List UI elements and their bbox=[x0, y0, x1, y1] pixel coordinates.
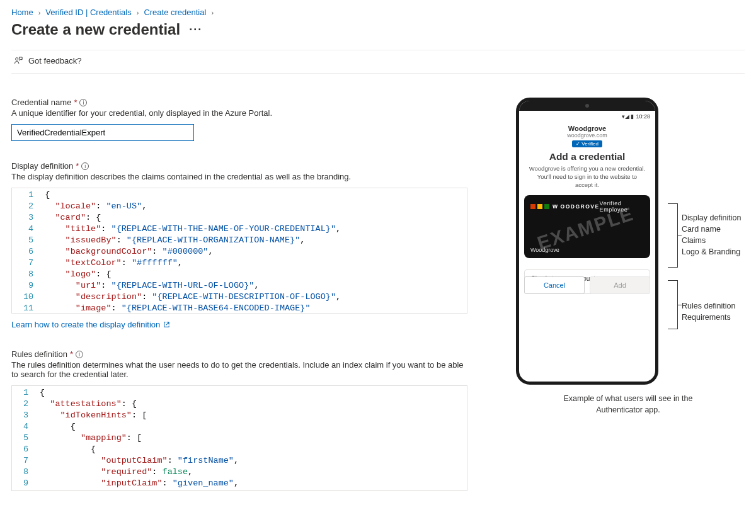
chevron-right-icon: › bbox=[137, 9, 139, 16]
preview-cancel-button: Cancel bbox=[524, 276, 585, 294]
rules-definition-editor[interactable]: 123456789 { "attestations": { "idTokenHi… bbox=[11, 385, 467, 491]
credential-card-preview: WOODGROVE Verified Employee Woodgrove bbox=[524, 195, 650, 258]
breadcrumb-create-credential[interactable]: Create credential bbox=[144, 8, 206, 17]
external-link-icon bbox=[163, 321, 170, 328]
phone-status-bar: ▾◢ ▮10:28 bbox=[519, 111, 655, 121]
code-area[interactable]: { "locale": "en-US", "card": { "title": … bbox=[40, 188, 467, 313]
chevron-right-icon: › bbox=[38, 9, 41, 16]
chevron-right-icon: › bbox=[211, 9, 214, 16]
line-gutter: 1234567891011 bbox=[12, 188, 40, 313]
breadcrumb-home[interactable]: Home bbox=[11, 8, 33, 17]
preview-heading: Add a credential bbox=[524, 151, 650, 162]
required-indicator: * bbox=[70, 349, 73, 359]
preview-caption: Example of what users will see in the Au… bbox=[557, 393, 699, 416]
preview-org: Woodgrove bbox=[524, 125, 650, 132]
feedback-label: Got feedback? bbox=[28, 56, 82, 65]
svg-point-0 bbox=[16, 58, 18, 60]
card-logo: WOODGROVE bbox=[530, 200, 600, 213]
learn-display-link[interactable]: Learn how to create the display definiti… bbox=[11, 320, 170, 329]
more-actions-icon[interactable]: ··· bbox=[189, 23, 202, 37]
rules-definition-label: Rules definition bbox=[11, 349, 67, 359]
verified-badge: ✓ Verified bbox=[572, 140, 602, 147]
credential-name-section: Credential name * i A unique identifier … bbox=[11, 98, 467, 141]
display-definition-section: Display definition * i The display defin… bbox=[11, 161, 467, 329]
credential-name-input[interactable] bbox=[11, 124, 194, 141]
required-indicator: * bbox=[74, 98, 77, 107]
line-gutter: 123456789 bbox=[12, 386, 35, 490]
annot-rules: Requirements bbox=[682, 312, 735, 323]
display-definition-editor[interactable]: 1234567891011 { "locale": "en-US", "card… bbox=[11, 188, 467, 314]
preview-subtext: Woodgrove is offering you a new credenti… bbox=[524, 165, 650, 189]
info-icon[interactable]: i bbox=[76, 351, 83, 358]
preview-domain: woodgrove.com bbox=[524, 132, 650, 139]
breadcrumb-verified-id[interactable]: Verified ID | Credentials bbox=[45, 8, 131, 17]
annot-display: Card name bbox=[682, 224, 742, 235]
annot-cardname: Claims bbox=[682, 235, 742, 246]
display-definition-label: Display definition bbox=[11, 161, 73, 171]
page-title: Create a new credential ··· bbox=[11, 21, 745, 38]
preview-column: ▾◢ ▮10:28 Woodgrove woodgrove.com ✓ Veri… bbox=[512, 98, 745, 416]
annot-rules: Rules definition bbox=[682, 300, 735, 312]
card-type: Verified Employee bbox=[600, 200, 644, 213]
info-icon[interactable]: i bbox=[81, 162, 89, 170]
annot-display: Display definition bbox=[682, 212, 742, 224]
phone-preview: ▾◢ ▮10:28 Woodgrove woodgrove.com ✓ Veri… bbox=[516, 98, 658, 385]
required-indicator: * bbox=[76, 161, 79, 171]
preview-add-button: Add bbox=[590, 276, 650, 294]
code-area[interactable]: { "attestations": { "idTokenHints": [ { … bbox=[35, 386, 467, 490]
feedback-button[interactable]: Got feedback? bbox=[14, 56, 82, 65]
annot-claims: Logo & Branding bbox=[682, 246, 742, 258]
credential-name-desc: A unique identifier for your credential,… bbox=[11, 108, 467, 118]
person-feedback-icon bbox=[14, 56, 23, 65]
credential-name-label: Credential name bbox=[11, 98, 71, 107]
rules-definition-section: Rules definition * i The rules definitio… bbox=[11, 349, 467, 491]
display-definition-desc: The display definition describes the cla… bbox=[11, 172, 467, 181]
card-issuer: Woodgrove bbox=[530, 247, 559, 253]
breadcrumb: Home › Verified ID | Credentials › Creat… bbox=[11, 8, 745, 17]
command-bar: Got feedback? bbox=[11, 50, 745, 74]
rules-definition-desc: The rules definition determines what the… bbox=[11, 360, 467, 379]
info-icon[interactable]: i bbox=[79, 99, 87, 106]
